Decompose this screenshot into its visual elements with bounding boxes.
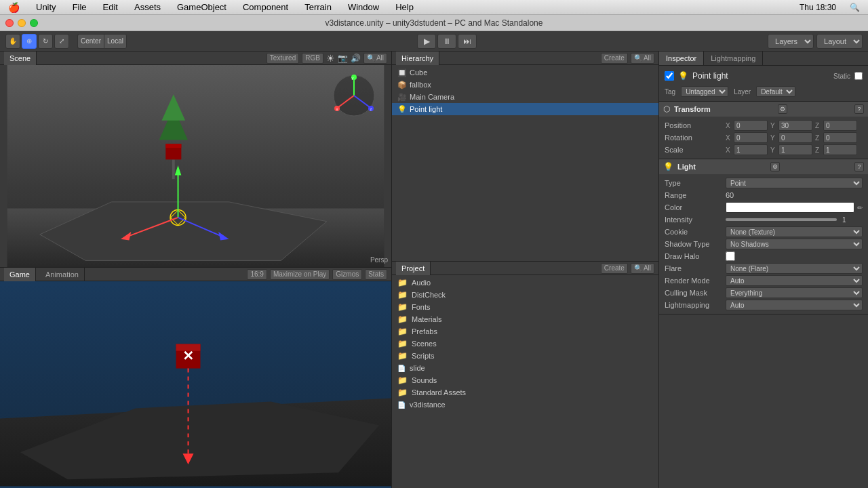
light-header[interactable]: 💡 Light ⚙ ? (659, 159, 868, 174)
search-icon[interactable]: 🔍 (847, 3, 863, 12)
inspector-tab[interactable]: Inspector (659, 52, 704, 65)
rgb-button[interactable]: RGB (302, 53, 323, 64)
color-swatch[interactable] (726, 202, 854, 213)
culling-mask-select[interactable]: Everything (726, 287, 863, 298)
hierarchy-search-button[interactable]: 🔍 All (631, 53, 654, 64)
scene-gizmo-widget[interactable]: y x z (330, 72, 378, 119)
project-item-slide[interactable]: 📄 slide (392, 362, 658, 374)
rot-x-input[interactable] (734, 132, 768, 143)
play-button[interactable]: ▶ (417, 34, 436, 49)
all-search-label[interactable]: 🔍 All (363, 53, 387, 64)
sun-icon[interactable]: ☀ (326, 53, 335, 64)
layer-select[interactable]: Default (756, 86, 795, 97)
shadow-select[interactable]: No Shadows (726, 239, 863, 249)
close-button[interactable] (5, 19, 14, 27)
project-search-button[interactable]: 🔍 All (631, 263, 654, 274)
scale-tool-button[interactable]: ⤢ (54, 34, 69, 49)
hierarchy-tab[interactable]: Hierarchy (396, 52, 439, 65)
transform-context-button[interactable]: ? (854, 104, 864, 114)
rot-z-input[interactable] (823, 132, 857, 143)
animation-tab[interactable]: Animation (40, 268, 85, 281)
scale-z-input[interactable] (823, 144, 857, 155)
maximize-on-play-button[interactable]: Maximize on Play (270, 269, 330, 280)
object-name: Point light (692, 71, 829, 81)
tag-select[interactable]: Untagged (681, 86, 728, 97)
light-context-button[interactable]: ? (854, 162, 864, 171)
menu-window[interactable]: Window (345, 2, 382, 12)
camera-icon[interactable]: 📷 (338, 54, 348, 63)
flare-select[interactable]: None (Flare) (726, 263, 863, 274)
menu-component[interactable]: Component (240, 2, 291, 12)
rotate-tool-button[interactable]: ↻ (38, 34, 53, 49)
move-tool-button[interactable]: ⊕ (22, 34, 37, 49)
cookie-select[interactable]: None (Texture) (726, 226, 863, 237)
scene-tab[interactable]: Scene (4, 52, 37, 65)
render-mode-select[interactable]: Auto (726, 275, 863, 286)
project-tab[interactable]: Project (396, 262, 431, 275)
project-item-prefabs[interactable]: 📁 Prefabs (392, 325, 658, 338)
gizmos-button[interactable]: Gizmos (332, 269, 362, 280)
hierarchy-item-cube[interactable]: 🔲 Cube (392, 66, 658, 79)
center-toggle-button[interactable]: Center (77, 34, 104, 49)
light-settings-button[interactable]: ⚙ (770, 162, 780, 171)
project-item-fonts[interactable]: 📁 Fonts (392, 301, 658, 313)
draw-halo-checkbox[interactable] (726, 251, 735, 261)
pause-button[interactable]: ⏸ (437, 34, 456, 49)
project-item-scenes[interactable]: 📁 Scenes (392, 338, 658, 350)
project-item-scripts[interactable]: 📁 Scripts (392, 350, 658, 362)
scale-y-input[interactable] (778, 144, 812, 155)
menu-terrain[interactable]: Terrain (302, 2, 334, 12)
layout-dropdown[interactable]: Layout (816, 34, 863, 49)
minimize-button[interactable] (18, 19, 26, 27)
pos-y-input[interactable] (778, 120, 812, 131)
static-checkbox[interactable] (854, 72, 863, 80)
scene-canvas[interactable]: y x z Persp (0, 65, 391, 267)
hierarchy-item-main-camera[interactable]: 🎥 Main Camera (392, 91, 658, 103)
lightmapping-select[interactable]: Auto (726, 300, 863, 310)
menu-edit[interactable]: Edit (100, 2, 121, 12)
folder-icon: 📁 (397, 375, 408, 385)
layer-label: Layer (734, 88, 751, 96)
project-create-button[interactable]: Create (601, 263, 628, 274)
maximize-button[interactable] (30, 19, 38, 27)
game-view: Game Animation 16:9 Maximize on Play Giz… (0, 268, 391, 488)
color-edit-icon[interactable]: ✏ (857, 204, 863, 211)
pos-z-input[interactable] (823, 120, 857, 131)
type-select[interactable]: Point (726, 178, 863, 188)
project-item-v3distance[interactable]: 📄 v3distance (392, 399, 658, 411)
game-tab[interactable]: Game (4, 268, 36, 281)
transform-header[interactable]: ⬡ Transform ⚙ ? (659, 102, 868, 117)
local-toggle-button[interactable]: Local (104, 34, 127, 49)
step-button[interactable]: ⏭ (458, 34, 477, 49)
menu-help[interactable]: Help (393, 2, 416, 12)
pos-x-input[interactable] (734, 120, 768, 131)
rot-y-input[interactable] (778, 132, 812, 143)
menu-unity[interactable]: Unity (33, 2, 59, 12)
project-item-sounds[interactable]: 📁 Sounds (392, 374, 658, 386)
project-panel: Project Create 🔍 All 📁 Audio 📁 Di (392, 262, 658, 488)
object-active-checkbox[interactable] (665, 71, 674, 81)
project-item-distcheck[interactable]: 📁 DistCheck (392, 289, 658, 301)
project-item-materials[interactable]: 📁 Materials (392, 313, 658, 325)
project-item-audio[interactable]: 📁 Audio (392, 277, 658, 289)
cube-icon: 🔲 (397, 68, 407, 77)
ratio-button[interactable]: 16:9 (247, 269, 267, 280)
stats-button[interactable]: Stats (365, 269, 387, 280)
lightmapping-tab[interactable]: Lightmapping (704, 52, 763, 65)
game-3d-svg: ✕ (0, 281, 391, 488)
apple-menu[interactable]: 🍎 (5, 2, 22, 13)
hierarchy-item-fallbox[interactable]: 📦 fallbox (392, 79, 658, 91)
hierarchy-create-button[interactable]: Create (601, 53, 628, 64)
hand-tool-button[interactable]: ✋ (5, 34, 20, 49)
sound-icon[interactable]: 🔊 (351, 54, 361, 63)
textured-button[interactable]: Textured (267, 53, 299, 64)
intensity-slider[interactable] (726, 218, 837, 221)
project-item-standard-assets[interactable]: 📁 Standard Assets (392, 386, 658, 399)
transform-settings-button[interactable]: ⚙ (778, 104, 787, 114)
layers-dropdown[interactable]: Layers (768, 34, 814, 49)
menu-assets[interactable]: Assets (132, 2, 163, 12)
hierarchy-item-point-light[interactable]: 💡 Point light (392, 103, 658, 115)
menu-file[interactable]: File (70, 2, 90, 12)
menu-gameobject[interactable]: GameObject (174, 2, 229, 12)
scale-x-input[interactable] (734, 144, 768, 155)
